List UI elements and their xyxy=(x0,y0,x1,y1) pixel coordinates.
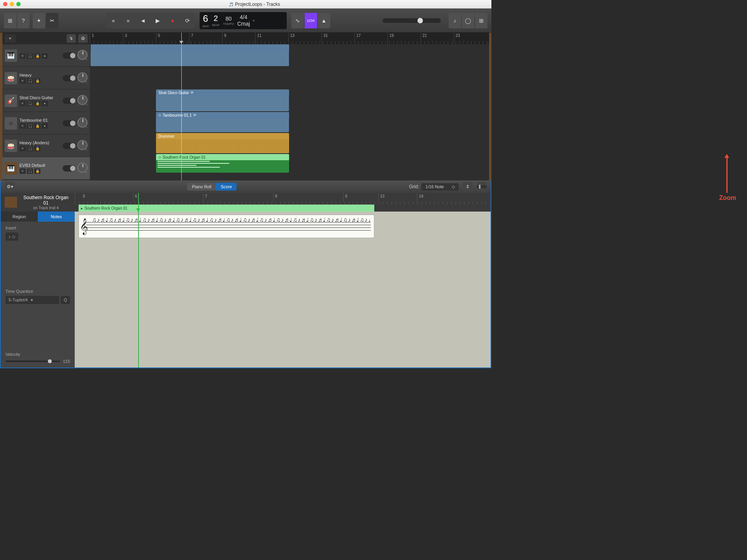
editor-tool-menu[interactable]: ⚙▾ xyxy=(5,182,15,191)
notes-tab[interactable]: Notes xyxy=(38,212,75,222)
pan-knob[interactable] xyxy=(77,72,88,82)
tuner-button[interactable]: ∿ xyxy=(291,13,304,28)
minimize-window-button[interactable] xyxy=(10,2,14,6)
play-icon: ▸ xyxy=(81,206,83,210)
vertical-auto-zoom-button[interactable]: ⇕ xyxy=(463,182,473,191)
editor-playhead[interactable] xyxy=(138,193,139,368)
record-enable-button[interactable]: ● xyxy=(42,101,48,106)
title-bar: 🎵ProjectLoops - Tracks xyxy=(0,0,491,9)
record-enable-button[interactable]: ● xyxy=(42,53,48,59)
lock-button[interactable]: 🔒 xyxy=(34,78,40,84)
mute-button[interactable]: ✕ xyxy=(19,168,26,174)
volume-slider[interactable] xyxy=(63,52,76,59)
time-signature[interactable]: 4/4 xyxy=(240,14,247,20)
lock-button[interactable]: 🔒 xyxy=(34,101,40,106)
lock-button[interactable]: 🔒 xyxy=(34,146,40,151)
region-tab[interactable]: Region xyxy=(1,212,38,222)
volume-slider[interactable] xyxy=(63,120,76,126)
quick-help-button[interactable]: ? xyxy=(17,13,30,28)
track-row[interactable]: ○ Tambourine 01 ✕ 🎧 🔒 ● LR xyxy=(2,112,90,135)
zoom-slider-container[interactable] xyxy=(477,182,487,191)
fullscreen-window-button[interactable] xyxy=(16,2,21,6)
audio-region[interactable]: ◇Tambourine 01.1⟳ xyxy=(156,112,289,132)
score-canvas[interactable]: 5 6 7 8 9 13 14 ▸ Southern Rock Organ 01… xyxy=(75,193,491,368)
smart-controls-button[interactable]: ✦ xyxy=(33,13,45,28)
volume-slider[interactable] xyxy=(63,98,76,104)
lock-button[interactable]: 🔒 xyxy=(34,168,40,174)
cycle-button[interactable]: ⟳ xyxy=(180,13,195,28)
record-enable-button[interactable]: ● xyxy=(42,123,48,129)
editor-toolbar: ⚙▾ Piano Roll Score Grid: 1/16 Note◇ ⇕ xyxy=(1,180,491,193)
mute-button[interactable]: ✕ xyxy=(19,78,26,84)
solo-button[interactable]: 🎧 xyxy=(27,146,33,151)
metronome-button[interactable]: ▲ xyxy=(318,13,330,28)
add-track-button[interactable]: + xyxy=(5,34,16,43)
loop-browser-button[interactable]: ◯ xyxy=(462,13,474,28)
solo-button[interactable]: 🎧 xyxy=(27,78,33,84)
score-staff-area[interactable]: 𝄞 ♫♪♬♩♫♪♬♩♫♪♬♩♫♪♬♩♫♪♬♩♫♪♬♩♫♪♬♩♫♪♬♩♫♪♬♩♫♪… xyxy=(79,215,374,238)
volume-slider[interactable] xyxy=(63,165,76,172)
audio-region[interactable]: Strat Disco Guitar⟳ xyxy=(156,89,289,111)
lcd-chevron-icon[interactable]: ▾ xyxy=(253,19,255,23)
count-in-button[interactable]: 1234 xyxy=(305,13,317,28)
track-row[interactable]: 🥁 Heavy ✕ 🎧 🔒 LR xyxy=(2,67,90,89)
pan-knob[interactable] xyxy=(77,95,88,105)
pan-knob[interactable] xyxy=(77,50,88,60)
solo-button[interactable]: 🎧 xyxy=(27,123,33,129)
record-button[interactable]: ● xyxy=(165,13,180,28)
time-quantize-select[interactable]: 5-Tuplet/4▾ xyxy=(5,296,59,304)
audio-region[interactable] xyxy=(91,44,289,66)
track-row[interactable]: 🥁 Heavy (Anders) ✕ 🎧 🔒 LR xyxy=(2,135,90,157)
track-row[interactable]: 🎹 ✕ 🎧 🔒 ● LR xyxy=(2,44,90,67)
lock-button[interactable]: 🔒 xyxy=(34,123,40,129)
notepad-button[interactable]: ♪ xyxy=(449,13,461,28)
editor-region-header[interactable]: ▸ Southern Rock Organ 01 xyxy=(79,205,374,212)
solo-button[interactable]: 🎧 xyxy=(27,101,33,106)
pan-knob[interactable] xyxy=(77,117,88,128)
waveform xyxy=(156,118,289,132)
midi-region[interactable]: ◇Southern Rock Organ 01 xyxy=(156,154,289,173)
mute-button[interactable]: ✕ xyxy=(19,146,26,151)
timeline-ruler[interactable]: 1 3 5 7 9 11 13 15 17 19 21 23 xyxy=(90,33,489,44)
main-toolbar: ⊞ ? ✦ ✂ « » ◄ ▶ ● ⟳ 6BAR 2BEAT 80TEMPO 4… xyxy=(0,9,491,33)
play-button[interactable]: ▶ xyxy=(151,13,165,28)
solo-button[interactable]: 🎧 xyxy=(27,168,33,174)
mute-button[interactable]: ✕ xyxy=(19,101,26,106)
track-row-selected[interactable]: 🎹 EVB3 Default ✕ 🎧 🔒 LR xyxy=(2,157,90,180)
catch-playhead-button[interactable]: ⚙ xyxy=(78,34,88,43)
tempo-value[interactable]: 80 xyxy=(226,16,232,22)
rewind-button[interactable]: « xyxy=(106,13,121,28)
key-signature[interactable]: Cmaj xyxy=(237,21,250,27)
mute-button[interactable]: ✕ xyxy=(19,53,26,59)
arrange-area[interactable]: 1 3 5 7 9 11 13 15 17 19 21 23 Strat Dis… xyxy=(90,33,489,180)
pan-knob[interactable] xyxy=(77,140,88,150)
pan-knob[interactable] xyxy=(77,163,88,173)
track-row[interactable]: 🎸 Strat Disco Guitar ✕ 🎧 🔒 ● LR xyxy=(2,89,90,112)
grid-value-select[interactable]: 1/16 Note◇ xyxy=(421,183,459,191)
solo-button[interactable]: 🎧 xyxy=(27,53,33,59)
volume-slider[interactable] xyxy=(63,75,76,81)
media-browser-button[interactable]: ⊞ xyxy=(475,13,487,28)
master-volume-slider[interactable] xyxy=(382,18,441,23)
track-list: + ↯ ⚙ 🎹 ✕ 🎧 🔒 ● LR 🥁 Heavy xyxy=(2,33,90,180)
lcd-display[interactable]: 6BAR 2BEAT 80TEMPO 4/4Cmaj ▾ xyxy=(200,12,287,29)
insert-note-select[interactable]: ♪ ◇ xyxy=(5,233,18,241)
playhead[interactable] xyxy=(181,33,182,180)
scissors-tool-button[interactable]: ✂ xyxy=(46,13,58,28)
go-to-beginning-button[interactable]: ◄ xyxy=(136,13,151,28)
library-button[interactable]: ⊞ xyxy=(4,13,16,28)
lock-button[interactable]: 🔒 xyxy=(34,53,40,59)
track-name: Strat Disco Guitar xyxy=(19,95,60,100)
forward-button[interactable]: » xyxy=(121,13,136,28)
drummer-region[interactable]: Drummer xyxy=(156,133,289,153)
quantize-button[interactable]: Q xyxy=(61,296,70,304)
velocity-slider[interactable] xyxy=(5,360,60,362)
automation-toggle[interactable]: ↯ xyxy=(67,34,76,43)
piano-roll-tab[interactable]: Piano Roll xyxy=(187,183,216,191)
volume-slider[interactable] xyxy=(63,143,76,149)
waveform xyxy=(156,96,289,111)
waveform xyxy=(156,139,289,153)
score-tab[interactable]: Score xyxy=(216,183,237,191)
mute-button[interactable]: ✕ xyxy=(19,123,26,129)
close-window-button[interactable] xyxy=(3,2,7,6)
